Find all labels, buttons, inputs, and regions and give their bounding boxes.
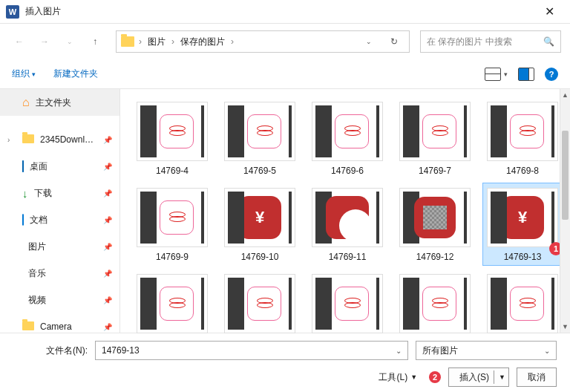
recent-dropdown[interactable]: ⌄ xyxy=(59,31,80,52)
file-thumbnail[interactable] xyxy=(395,269,475,342)
thumbnail-image xyxy=(224,274,295,333)
thumbnail-caption: 14769-13 xyxy=(504,252,542,262)
pin-icon: 📌 xyxy=(103,136,112,144)
search-input[interactable]: 在 保存的图片 中搜索 🔍 xyxy=(420,30,561,53)
up-button[interactable]: ↑ xyxy=(85,31,105,52)
file-thumbnail[interactable]: 14769-5 xyxy=(220,97,300,180)
close-button[interactable]: ✕ xyxy=(534,4,564,19)
chevron-down-icon: ▾ xyxy=(32,71,36,78)
file-thumbnail[interactable]: 14769-7 xyxy=(395,97,475,180)
chevron-down-icon[interactable]: ⌄ xyxy=(544,347,550,355)
file-thumbnail[interactable]: 14769-11 xyxy=(307,183,387,266)
sidebar-item-pic[interactable]: 图片📌 xyxy=(0,233,119,260)
pin-icon: 📌 xyxy=(103,163,112,171)
sidebar: ⌂主文件夹›2345Downloads📌桌面📌↓下载📌文档📌图片📌音乐📌视频📌C… xyxy=(0,89,120,333)
tools-button[interactable]: 工具(L) ▼ xyxy=(374,368,422,387)
address-bar[interactable]: › 图片 › 保存的图片 › ⌄ ↻ xyxy=(116,30,410,53)
view-large-button[interactable]: ▾ xyxy=(485,68,508,81)
file-thumbnail[interactable] xyxy=(132,269,212,342)
thumbnail-image xyxy=(137,102,208,161)
sidebar-item-folder[interactable]: ›2345Downloads📌 xyxy=(0,126,119,153)
help-button[interactable]: ? xyxy=(545,68,558,81)
refresh-button[interactable]: ↻ xyxy=(384,31,404,52)
thumbnail-image xyxy=(312,274,383,333)
breadcrumb-saved[interactable]: 保存的图片 xyxy=(179,36,226,48)
nav-row: ← → ⌄ ↑ › 图片 › 保存的图片 › ⌄ ↻ 在 保存的图片 中搜索 🔍 xyxy=(0,24,570,59)
thumbnail-caption: 14769-12 xyxy=(416,252,454,262)
cancel-button[interactable]: 取消 xyxy=(517,368,557,387)
sidebar-item-download[interactable]: ↓下载📌 xyxy=(0,180,119,206)
sidebar-item-video[interactable]: 视频📌 xyxy=(0,287,119,313)
sidebar-item-music[interactable]: 音乐📌 xyxy=(0,260,119,287)
sidebar-item-desktop[interactable]: 桌面📌 xyxy=(0,153,119,180)
thumbnail-image xyxy=(312,188,383,247)
pin-icon: 📌 xyxy=(103,243,112,251)
thumbnail-caption: 14769-7 xyxy=(419,166,451,176)
thumbnail-image xyxy=(137,188,208,247)
file-thumbnail[interactable] xyxy=(482,269,563,342)
file-thumbnail[interactable] xyxy=(220,269,300,342)
thumbnail-image xyxy=(399,102,471,161)
file-thumbnail[interactable]: 14769-9 xyxy=(132,183,212,266)
thumbnail-image: ¥ xyxy=(224,188,295,247)
thumbnail-image xyxy=(312,102,383,161)
sidebar-item-doc[interactable]: 文档📌 xyxy=(0,206,119,233)
thumbnail-image xyxy=(487,274,558,333)
sidebar-item-label: 音乐 xyxy=(28,267,46,280)
address-dropdown[interactable]: ⌄ xyxy=(358,31,379,52)
thumbnail-image xyxy=(137,274,208,333)
desktop-icon xyxy=(22,161,24,172)
chevron-down-icon: ▾ xyxy=(504,71,508,78)
scroll-down-icon[interactable]: ▼ xyxy=(562,321,569,333)
sidebar-item-label: 视频 xyxy=(28,294,46,307)
footer: 文件名(N): 14769-13 ⌄ 所有图片 ⌄ 工具(L) ▼ 2 插入(S… xyxy=(0,333,570,392)
scrollbar-vertical[interactable]: ▲ ▼ xyxy=(560,89,570,333)
sidebar-item-label: 主文件夹 xyxy=(36,97,71,109)
window-title: 插入图片 xyxy=(25,5,534,18)
file-thumbnail[interactable]: 14769-8 xyxy=(482,97,563,180)
file-thumbnail[interactable]: ¥14769-10 xyxy=(220,183,300,266)
title-bar: W 插入图片 ✕ xyxy=(0,0,570,24)
filename-input[interactable]: 14769-13 ⌄ xyxy=(95,341,408,360)
folder-icon xyxy=(22,321,34,333)
organize-button[interactable]: 组织 ▾ xyxy=(12,68,36,80)
chevron-down-icon: ▼ xyxy=(410,373,417,381)
search-placeholder: 在 保存的图片 中搜索 xyxy=(427,36,512,48)
view-preview-button[interactable] xyxy=(518,68,534,81)
filetype-select[interactable]: 所有图片 ⌄ xyxy=(416,341,557,360)
scroll-up-icon[interactable]: ▲ xyxy=(562,89,569,101)
filename-label: 文件名(N): xyxy=(13,344,88,357)
file-thumbnail[interactable]: 14769-12 xyxy=(395,183,475,266)
insert-button[interactable]: 插入(S) ▼ xyxy=(448,368,509,387)
file-thumbnail[interactable]: 14769-6 xyxy=(307,97,387,180)
step-marker-2: 2 xyxy=(429,371,441,383)
new-folder-button[interactable]: 新建文件夹 xyxy=(53,68,98,80)
search-icon: 🔍 xyxy=(543,36,554,47)
file-thumbnail[interactable]: ¥114769-13 xyxy=(482,183,563,266)
thumbnail-image xyxy=(399,188,471,247)
chevron-down-icon[interactable]: ⌄ xyxy=(396,347,402,355)
forward-button[interactable]: → xyxy=(34,31,55,52)
chevron-down-icon[interactable]: ▼ xyxy=(499,373,505,381)
sidebar-item-label: 图片 xyxy=(28,241,46,253)
pin-icon: 📌 xyxy=(103,216,112,224)
doc-icon xyxy=(22,215,24,225)
file-grid[interactable]: 14769-414769-514769-614769-714769-814769… xyxy=(120,89,570,342)
breadcrumb-pictures[interactable]: 图片 xyxy=(146,36,167,48)
folder-icon xyxy=(121,36,134,47)
thumbnail-caption: 14769-11 xyxy=(329,252,367,262)
thumbnail-caption: 14769-6 xyxy=(331,166,364,176)
sidebar-item-folder[interactable]: Camera📌 xyxy=(0,313,119,333)
sidebar-item-home[interactable]: ⌂主文件夹 xyxy=(0,89,119,116)
back-button[interactable]: ← xyxy=(9,31,30,52)
sidebar-item-label: Camera xyxy=(40,321,72,332)
word-icon: W xyxy=(6,5,19,19)
file-thumbnail[interactable]: 14769-4 xyxy=(132,97,212,180)
file-thumbnail[interactable] xyxy=(307,269,387,342)
pin-icon: 📌 xyxy=(103,296,112,304)
scrollbar-thumb[interactable] xyxy=(562,131,569,220)
home-icon: ⌂ xyxy=(22,96,30,109)
chevron-right-icon[interactable]: › xyxy=(7,136,10,144)
folder-icon xyxy=(22,134,34,146)
sidebar-item-label: 桌面 xyxy=(30,160,48,173)
